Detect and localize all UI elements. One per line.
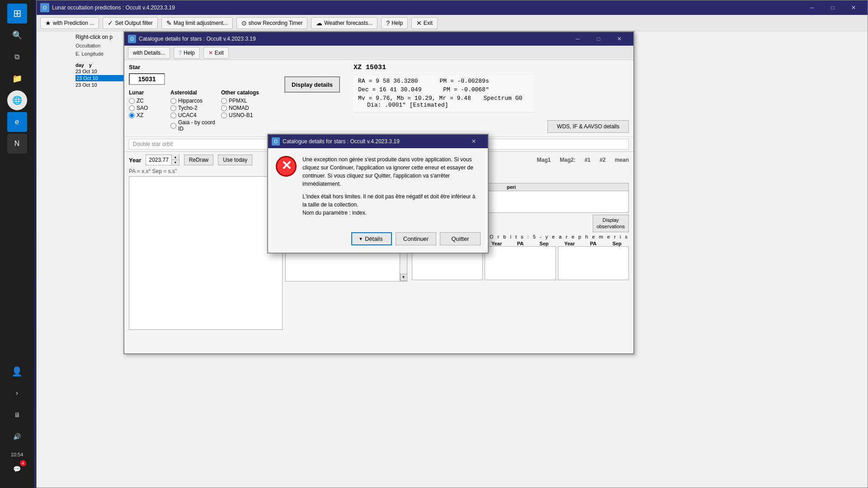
windows-button[interactable]: ⊞ <box>7 4 27 23</box>
error-dialog-title: Catalogue details for stars : Occult v.4… <box>283 138 461 145</box>
cat-info-section: RA = 9 58 36.3280 PM = -0.00289s Dec = 1… <box>354 75 534 113</box>
hipparcos-radio[interactable] <box>170 98 176 104</box>
help-button[interactable]: ? Help <box>381 17 407 29</box>
ppmxl-radio[interactable] <box>221 98 227 104</box>
xz-radio[interactable] <box>129 113 135 118</box>
expand-icon[interactable]: › <box>7 383 27 403</box>
search-button[interactable]: 🔍 <box>7 25 27 45</box>
use-today-button[interactable]: Use today <box>218 155 252 165</box>
year-up-button[interactable]: ▲ <box>172 155 179 160</box>
cat-minimize-button[interactable]: ─ <box>567 32 588 46</box>
desktop: ⊞ 🔍 ⧉ 📁 🌐 e N 👤 › 🖥 🔊 10:54 💬 4 O Lunar … <box>0 0 868 488</box>
taskbar-bottom: 👤 › 🖥 🔊 10:54 💬 4 <box>0 361 34 479</box>
eph-sep-3: Sep <box>605 241 629 246</box>
dec-row: Dec = 16 41 30.049 PM = -0.0068" <box>358 86 529 93</box>
details-label: Détails <box>365 235 383 242</box>
edge-icon[interactable]: e <box>7 112 27 132</box>
sao-radio[interactable] <box>129 105 135 111</box>
quit-button[interactable]: Quitter <box>440 232 481 245</box>
tycho2-radio-item[interactable]: Tycho-2 <box>170 105 220 111</box>
ucac4-radio[interactable] <box>170 113 176 118</box>
star-section: Star 15031 Lunar ZC <box>129 64 280 133</box>
tycho2-radio[interactable] <box>170 105 176 111</box>
cat-window-controls: ─ □ ✕ <box>567 32 630 46</box>
year-value: 2023.77 <box>146 157 171 163</box>
hipparcos-radio-item[interactable]: Hipparcos <box>170 98 220 104</box>
zc-radio[interactable] <box>129 98 135 104</box>
exit-button[interactable]: ✕ Exit <box>411 17 438 29</box>
date-2: 23 Oct 10 <box>76 75 98 81</box>
usnob1-label: USNO-B1 <box>229 112 253 118</box>
display-details-button[interactable]: Display details <box>284 76 340 93</box>
display-observations-button[interactable]: Display observations <box>593 215 629 232</box>
wds-button[interactable]: WDS, IF & AAVSO details <box>547 120 629 133</box>
cat-close-button[interactable]: ✕ <box>609 32 630 46</box>
usnob1-radio[interactable] <box>221 113 227 118</box>
zc-radio-item[interactable]: ZC <box>129 98 170 104</box>
exit-icon: ✕ <box>416 19 422 27</box>
maximize-button[interactable]: □ <box>822 0 843 15</box>
cat-exit-button[interactable]: ✕ Exit <box>203 47 229 59</box>
magnitudes: Mv = 9.76, Mb = 10.29, Mr = 9.48 <box>358 95 471 102</box>
error-icon: ✕ <box>275 155 297 177</box>
cat-toolbar: with Details... ? Help ✕ Exit <box>124 46 633 60</box>
cat-titlebar: O Catalogue details for stars : Occult v… <box>124 32 633 46</box>
chrome-icon[interactable]: 🌐 <box>7 90 27 110</box>
svg-text:✕: ✕ <box>281 159 292 173</box>
eph-header-2: Year PA Sep <box>485 241 556 246</box>
ucac4-radio-item[interactable]: UCAC4 <box>170 112 220 118</box>
person-icon[interactable]: 👤 <box>7 361 27 381</box>
filter-label: Set Output filter <box>115 20 152 26</box>
star-info-panel: XZ 15031 RA = 9 58 36.3280 PM = -0.00289… <box>344 64 534 113</box>
minimize-button[interactable]: ─ <box>802 0 822 15</box>
with-prediction-button[interactable]: ★ with Prediction ... <box>40 17 99 29</box>
zc-label: ZC <box>137 98 144 104</box>
timer-icon: ⊙ <box>241 19 247 27</box>
task-view-button[interactable]: ⧉ <box>7 47 27 67</box>
close-button[interactable]: ✕ <box>843 0 864 15</box>
gaia-radio[interactable] <box>170 123 176 129</box>
asteroidal-col: Asteroidal Hipparcos Tycho-2 <box>170 89 220 133</box>
redraw-button[interactable]: ReDraw <box>184 155 213 165</box>
folder-icon[interactable]: 📁 <box>7 69 27 89</box>
notification-icon[interactable]: 💬 4 <box>7 459 27 479</box>
xz-radio-item[interactable]: XZ <box>129 112 170 118</box>
notion-icon[interactable]: N <box>7 134 27 154</box>
ra-line: RA = 9 58 36.3280 <box>358 78 418 84</box>
other-header: Other catalogs <box>221 89 280 96</box>
main-titlebar: O Lunar occultation predictions : Occult… <box>37 0 868 15</box>
mag-limit-button[interactable]: ✎ Mag limit adjustment... <box>161 17 233 29</box>
nomad-radio-item[interactable]: NOMAD <box>221 105 280 111</box>
nomad-label: NOMAD <box>229 105 249 111</box>
set-output-filter-button[interactable]: ✓ Set Output filter <box>103 17 157 29</box>
ppmxl-radio-item[interactable]: PPMXL <box>221 98 280 104</box>
spectrum: Spectrum G0 <box>484 95 523 102</box>
asteroidal-header: Asteroidal <box>170 89 220 96</box>
scroll-down-btn[interactable]: ▼ <box>400 274 407 281</box>
eph-pa-3: PA <box>581 241 605 246</box>
usnob1-radio-item[interactable]: USNO-B1 <box>221 112 280 118</box>
taskbar: ⊞ 🔍 ⧉ 📁 🌐 e N 👤 › 🖥 🔊 10:54 💬 4 <box>0 0 34 488</box>
recording-timer-button[interactable]: ⊙ show Recording Timer <box>236 17 307 29</box>
sao-radio-item[interactable]: SAO <box>129 105 170 111</box>
network-icon[interactable]: 🖥 <box>7 405 27 425</box>
cat-title: Catalogue details for stars : Occult v.4… <box>139 36 565 42</box>
continue-button[interactable]: Continuer <box>396 232 436 245</box>
year-down-button[interactable]: ▼ <box>172 160 179 165</box>
mag1-label: Mag1 <box>537 157 551 163</box>
error-text: Une exception non gérée s'est produite d… <box>302 155 481 221</box>
with-details-button[interactable]: with Details... <box>128 47 170 59</box>
error-dialog: O Catalogue details for stars : Occult v… <box>267 134 489 253</box>
weather-button[interactable]: ☁ Weather forecasts... <box>311 17 377 29</box>
cat-maximize-button[interactable]: □ <box>588 32 609 46</box>
details-button[interactable]: ▼ Détails <box>351 232 392 245</box>
volume-icon[interactable]: 🔊 <box>7 427 27 446</box>
error-close-button[interactable]: ✕ <box>463 134 484 149</box>
main-window: O Lunar occultation predictions : Occult… <box>36 0 868 488</box>
date-1: 23 Oct 10 <box>75 69 97 74</box>
help-label: Help <box>392 20 403 26</box>
gaia-radio-item[interactable]: Gaia - by coord ID <box>170 119 220 132</box>
nomad-radio[interactable] <box>221 105 227 111</box>
exit-label: Exit <box>424 20 433 26</box>
cat-help-button[interactable]: ? Help <box>174 47 199 59</box>
